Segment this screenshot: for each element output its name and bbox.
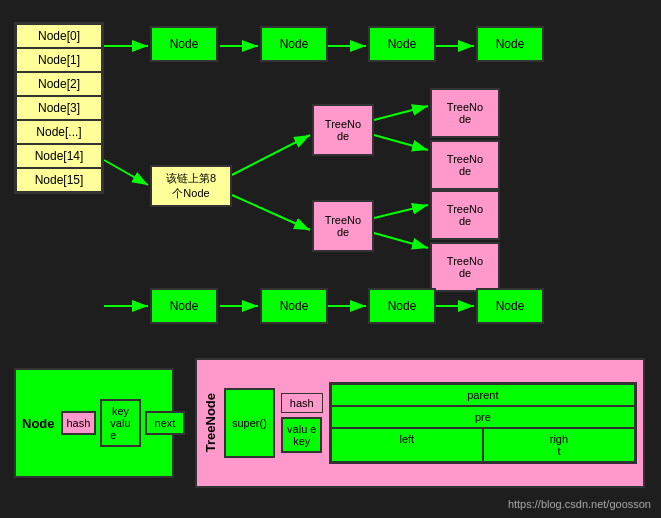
array-container: Node[0] Node[1] Node[2] Node[3] Node[...… bbox=[14, 22, 104, 194]
treenode-diagram-label: TreeNode bbox=[203, 393, 218, 452]
array-cell-1: Node[1] bbox=[16, 48, 102, 72]
bottom-node-2: Node bbox=[260, 288, 328, 324]
treenode-right-2: TreeNode bbox=[430, 140, 500, 190]
bottom-node-1: Node bbox=[150, 288, 218, 324]
svg-line-5 bbox=[104, 160, 148, 185]
svg-line-10 bbox=[374, 205, 428, 218]
node-hash-field: hash bbox=[61, 411, 97, 435]
svg-line-6 bbox=[232, 135, 310, 175]
url-label: https://blog.csdn.net/goosson bbox=[508, 498, 651, 510]
treenode-left: left bbox=[331, 428, 483, 462]
treenode-bottom-1: TreeNode bbox=[312, 200, 374, 252]
svg-line-11 bbox=[374, 233, 428, 248]
treenode-top-1: TreeNode bbox=[312, 104, 374, 156]
array-cell-0: Node[0] bbox=[16, 24, 102, 48]
node-diagram-label: Node bbox=[22, 416, 55, 431]
top-node-1: Node bbox=[150, 26, 218, 62]
treenode-pre: pre bbox=[331, 406, 635, 428]
treenode-super-field: super() bbox=[224, 388, 275, 458]
svg-line-7 bbox=[232, 195, 310, 230]
array-cell-3: Node[3] bbox=[16, 96, 102, 120]
bottom-node-3: Node bbox=[368, 288, 436, 324]
array-cell-2: Node[2] bbox=[16, 72, 102, 96]
treenode-right-panel: parent pre left right bbox=[329, 382, 637, 464]
node-key-value: key valu e bbox=[100, 399, 140, 447]
node-diagram: Node hash key valu e next bbox=[14, 368, 174, 478]
treenode-right-1: TreeNode bbox=[430, 88, 500, 138]
svg-line-8 bbox=[374, 106, 428, 120]
label-box: 该链上第8个Node bbox=[150, 165, 232, 207]
top-node-4: Node bbox=[476, 26, 544, 62]
top-node-2: Node bbox=[260, 26, 328, 62]
treenode-value-key: valu e key bbox=[281, 417, 322, 453]
treenode-right-4: TreeNode bbox=[430, 242, 500, 292]
treenode-parent: parent bbox=[331, 384, 635, 406]
bottom-node-4: Node bbox=[476, 288, 544, 324]
array-cell-dots: Node[...] bbox=[16, 120, 102, 144]
array-cell-14: Node[14] bbox=[16, 144, 102, 168]
svg-line-9 bbox=[374, 135, 428, 150]
node-next-field: next bbox=[145, 411, 186, 435]
treenode-right: right bbox=[483, 428, 635, 462]
treenode-right-3: TreeNode bbox=[430, 190, 500, 240]
treenode-hash-field: hash bbox=[281, 393, 323, 413]
array-cell-15: Node[15] bbox=[16, 168, 102, 192]
treenode-diagram: TreeNode super() hash valu e key parent … bbox=[195, 358, 645, 488]
top-node-3: Node bbox=[368, 26, 436, 62]
